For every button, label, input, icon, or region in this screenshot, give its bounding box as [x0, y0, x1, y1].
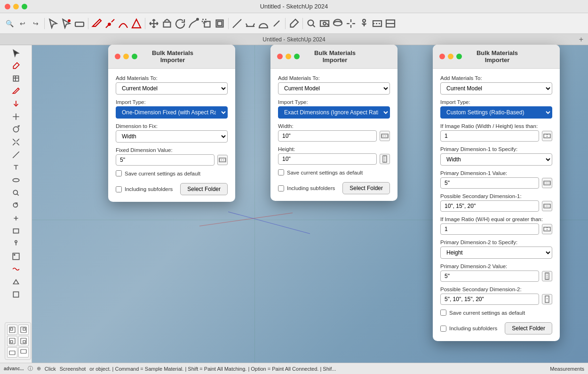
import-type-select-1[interactable]: One-Dimension Fixed (with Aspect Ratio) [116, 106, 228, 119]
dim-icon-prim2-3[interactable] [542, 271, 552, 281]
add-materials-select-3[interactable]: Current Model [440, 82, 552, 95]
sidebar-tag-icon[interactable] [6, 250, 26, 263]
prim-dim2-val-input-3[interactable] [440, 271, 539, 282]
dim-icon-width-2[interactable] [380, 131, 390, 141]
sidebar-zoomext-icon[interactable] [6, 199, 26, 212]
sidebar-paint-icon[interactable] [6, 60, 26, 72]
sidebar-section-icon[interactable] [6, 225, 26, 237]
mini-icon-4[interactable] [18, 336, 29, 346]
mini-icon-5[interactable] [7, 347, 17, 358]
minimize-button[interactable] [13, 4, 19, 9]
dialog-3-traffic[interactable] [439, 54, 462, 59]
ratio2-input-3[interactable] [440, 223, 539, 235]
subfolders-checkbox-1[interactable] [116, 186, 122, 192]
select-icon[interactable] [48, 18, 59, 29]
rotate-icon[interactable] [175, 18, 186, 29]
subfolders-checkbox-3[interactable] [440, 326, 446, 332]
select-folder-button-1[interactable]: Select Folder [180, 183, 228, 195]
sidebar-zoom-icon[interactable] [6, 187, 26, 199]
sidebar-move-icon[interactable] [6, 111, 26, 123]
axes-icon[interactable] [271, 18, 282, 29]
mini-icon-6[interactable] [18, 347, 29, 358]
pan-icon[interactable] [345, 18, 357, 29]
dialog-1-traffic[interactable] [115, 54, 137, 59]
dim-icon-sec1-3[interactable] [542, 201, 552, 211]
undo-icon[interactable]: ↩ [17, 18, 28, 29]
arc-icon[interactable] [118, 18, 129, 29]
dialog-1-minimize[interactable] [123, 54, 129, 59]
line-icon[interactable] [104, 18, 116, 29]
dialog-2-close[interactable] [277, 54, 283, 59]
dim-icon-width-1[interactable] [217, 155, 228, 165]
mini-icon-1[interactable] [7, 325, 17, 335]
mini-icon-3[interactable] [7, 336, 17, 346]
scale-icon[interactable] [201, 18, 212, 29]
import-type-select-2[interactable]: Exact Dimensions (Ignore Aspect Ratio) [278, 106, 390, 119]
dialog-1-close[interactable] [115, 54, 120, 59]
sec-dim1-val-input-3[interactable] [440, 200, 539, 212]
sidebar-text-icon[interactable] [6, 161, 26, 174]
prim-dim1-select-3[interactable]: Width [440, 153, 552, 166]
pencil-icon[interactable] [91, 18, 103, 29]
protractor-icon[interactable] [258, 18, 269, 29]
sidebar-component-icon[interactable] [6, 72, 26, 85]
save-default-checkbox-2[interactable] [278, 169, 284, 175]
fixed-dim-input-1[interactable] [116, 154, 215, 166]
zoom-window-icon[interactable] [319, 18, 330, 29]
sidebar-orbit-icon[interactable] [6, 174, 26, 186]
move-icon[interactable] [148, 18, 159, 29]
section-icon[interactable] [372, 18, 383, 29]
sidebar-pencil-icon[interactable] [6, 85, 26, 97]
sidebar-select-icon[interactable] [6, 47, 26, 59]
select-folder-button-2[interactable]: Select Folder [342, 182, 390, 194]
traffic-lights[interactable] [5, 4, 27, 9]
save-default-checkbox-1[interactable] [116, 170, 122, 176]
sec-dim2-val-input-3[interactable] [440, 294, 539, 305]
add-materials-select-1[interactable]: Current Model [116, 82, 228, 95]
dimension-icon[interactable] [245, 18, 256, 29]
import-type-select-3[interactable]: Custom Settings (Ratio-Based) [440, 106, 552, 119]
push-pull-icon[interactable] [161, 18, 173, 29]
save-default-checkbox-3[interactable] [440, 310, 446, 316]
section2-icon[interactable] [385, 18, 396, 29]
dim-icon-prim1-3[interactable] [542, 178, 552, 188]
sidebar-walk-icon[interactable] [6, 238, 26, 250]
eraser-icon[interactable] [74, 18, 85, 29]
prim-dim1-val-input-3[interactable] [440, 177, 539, 189]
dim-icon-sec2-3[interactable] [542, 294, 552, 304]
dimension-fix-select-1[interactable]: Width [116, 130, 228, 143]
sidebar-extra1-icon[interactable] [6, 276, 26, 288]
paint-icon[interactable] [288, 18, 300, 29]
dialog-3-maximize[interactable] [456, 54, 462, 59]
select-folder-button-3[interactable]: Select Folder [505, 322, 552, 334]
dialog-2-maximize[interactable] [294, 54, 300, 59]
dialog-2-traffic[interactable] [277, 54, 300, 59]
dim-icon-height-2[interactable] [380, 154, 390, 164]
dim-icon-ratio2-3[interactable] [542, 224, 552, 234]
close-button[interactable] [5, 4, 10, 9]
orbit-icon[interactable] [332, 18, 343, 29]
dialog-1-maximize[interactable] [132, 54, 137, 59]
zoom-tool-icon[interactable]: 🔍 [4, 18, 15, 29]
dialog-3-minimize[interactable] [448, 54, 453, 59]
sidebar-scale-icon[interactable] [6, 136, 26, 148]
maximize-button[interactable] [22, 4, 27, 9]
height-input-2[interactable] [278, 153, 377, 165]
zoom-extents-icon[interactable] [306, 18, 317, 29]
prim-dim2-select-3[interactable]: Height [440, 247, 552, 259]
width-input-2[interactable] [278, 130, 377, 142]
sidebar-pan-icon[interactable] [6, 212, 26, 224]
dim-icon-ratio1-3[interactable] [542, 131, 552, 141]
shape-icon[interactable] [131, 18, 142, 29]
new-tab-button[interactable]: + [579, 35, 583, 44]
select2-icon[interactable] [61, 18, 72, 29]
sidebar-extra2-icon[interactable] [6, 288, 26, 301]
walk-icon[interactable] [358, 18, 370, 29]
ratio1-input-3[interactable] [440, 130, 539, 142]
offset-icon[interactable] [214, 18, 225, 29]
follow-me-icon[interactable] [188, 18, 199, 29]
subfolders-checkbox-2[interactable] [278, 185, 284, 191]
tape-icon[interactable] [231, 18, 243, 29]
redo-icon[interactable]: ↪ [30, 18, 41, 29]
sidebar-pushpull-icon[interactable] [6, 98, 26, 110]
